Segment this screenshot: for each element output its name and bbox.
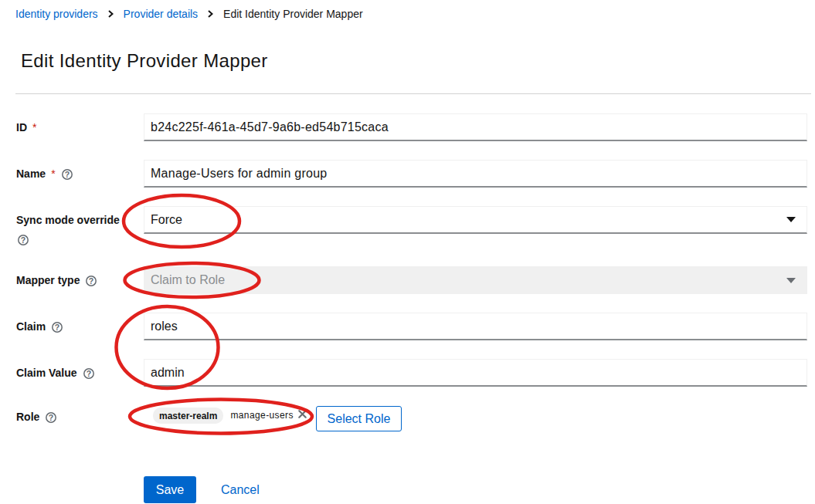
- svg-text:?: ?: [55, 323, 59, 332]
- svg-text:?: ?: [89, 276, 93, 286]
- svg-text:?: ?: [49, 413, 53, 422]
- svg-text:?: ?: [21, 235, 25, 245]
- svg-text:?: ?: [86, 369, 90, 378]
- svg-text:?: ?: [64, 170, 69, 179]
